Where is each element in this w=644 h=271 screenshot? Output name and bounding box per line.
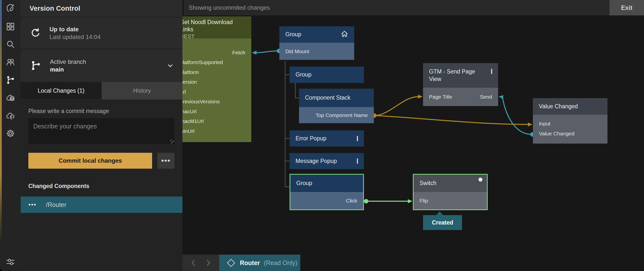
port-output[interactable]: winUrl bbox=[182, 126, 251, 136]
commit-message-prompt: Please write a commit message bbox=[28, 108, 109, 114]
port-output[interactable]: macUrl bbox=[182, 107, 251, 116]
panel-title: Version Control bbox=[30, 5, 80, 12]
node-title: Error Popup bbox=[296, 135, 326, 142]
chevron-right-icon[interactable] bbox=[204, 259, 212, 267]
tab-history[interactable]: History bbox=[102, 82, 183, 99]
local-changes-content: Please write a commit message Commit loc… bbox=[21, 100, 182, 271]
node-message-popup[interactable]: Message Popup bbox=[290, 153, 364, 169]
port-output[interactable]: version bbox=[182, 77, 251, 87]
home-icon bbox=[341, 30, 348, 39]
changed-component-row[interactable]: ••• /Router bbox=[21, 197, 182, 213]
port-output[interactable]: previousVersions bbox=[182, 97, 251, 107]
commit-button[interactable]: Commit local changes bbox=[28, 153, 152, 169]
exit-button[interactable]: Exit bbox=[610, 0, 644, 15]
changed-component-name: /Router bbox=[46, 201, 66, 208]
more-options-button[interactable]: ••• bbox=[157, 153, 174, 169]
bottombar: Router (Read Only) bbox=[182, 255, 300, 271]
component-diamond-icon bbox=[227, 259, 235, 267]
port-output[interactable]: url bbox=[182, 87, 251, 97]
active-branch-row[interactable]: Active branch main bbox=[21, 49, 182, 82]
sliders-icon[interactable] bbox=[6, 257, 15, 267]
node-group-selected[interactable]: Group Click bbox=[290, 174, 364, 210]
panel-tabs: Local Changes (1) History bbox=[21, 82, 182, 99]
component-tab-name: Router bbox=[240, 259, 260, 267]
node-title: Component Stack bbox=[305, 94, 350, 101]
node-rest[interactable]: Get Noodl Download Links REST Fetch plat… bbox=[182, 16, 251, 142]
git-branch-icon[interactable] bbox=[6, 75, 15, 85]
node-graph-canvas[interactable]: Get Noodl Download Links REST Fetch plat… bbox=[182, 15, 644, 271]
node-title: Value Changed bbox=[539, 103, 578, 110]
window-edge-stripe bbox=[0, 0, 2, 244]
node-subtitle: REST bbox=[182, 33, 194, 40]
commit-message-input[interactable] bbox=[28, 118, 174, 144]
topbar: Showing uncommited changes Exit bbox=[182, 0, 644, 15]
port-input[interactable]: Input bbox=[533, 119, 608, 129]
sidebar bbox=[0, 0, 21, 271]
created-badge: Created bbox=[423, 215, 462, 230]
branch-icon bbox=[30, 60, 41, 71]
panel-header: Version Control bbox=[21, 0, 182, 17]
chevron-left-icon[interactable] bbox=[189, 259, 198, 267]
changed-indicator-dot bbox=[478, 178, 482, 182]
node-group-root[interactable]: Group Did Mount bbox=[279, 26, 354, 60]
changed-components-heading: Changed Components bbox=[28, 183, 89, 190]
component-diamond-icon bbox=[357, 136, 358, 141]
node-title: Group bbox=[296, 180, 312, 187]
port-output[interactable]: platformSupported bbox=[182, 58, 251, 68]
sync-last-updated: Last updated 14:04 bbox=[50, 33, 101, 41]
tab-local-changes[interactable]: Local Changes (1) bbox=[21, 82, 102, 99]
port-flip[interactable]: Flip bbox=[414, 192, 487, 209]
node-title: Message Popup bbox=[296, 158, 337, 165]
branch-name: main bbox=[50, 66, 86, 73]
branch-label: Active branch bbox=[50, 58, 86, 66]
cloud-database-icon[interactable] bbox=[6, 93, 15, 103]
node-title: Get Noodl Download Links bbox=[182, 19, 245, 33]
component-tab-router[interactable]: Router (Read Only) bbox=[219, 255, 300, 271]
component-diamond-icon bbox=[357, 159, 358, 163]
port-page-title[interactable]: Page Title bbox=[429, 94, 452, 100]
node-error-popup[interactable]: Error Popup bbox=[290, 130, 364, 147]
noodl-logo-icon[interactable] bbox=[6, 3, 15, 13]
refresh-icon[interactable] bbox=[30, 27, 41, 38]
settings-gear-icon[interactable] bbox=[6, 129, 15, 138]
sync-status-row[interactable]: Up to date Last updated 14:04 bbox=[21, 17, 182, 49]
node-title: Group bbox=[285, 31, 301, 38]
topbar-status-text: Showing uncommited changes bbox=[189, 4, 270, 11]
component-tab-readonly: (Read Only) bbox=[264, 259, 298, 267]
port-send[interactable]: Send bbox=[480, 94, 492, 100]
search-icon[interactable] bbox=[6, 39, 15, 49]
sync-status: Up to date bbox=[50, 25, 101, 33]
node-value-changed[interactable]: Value Changed Input Value Changed bbox=[533, 98, 608, 144]
version-control-panel: Version Control Up to date Last updated … bbox=[21, 0, 182, 271]
node-title: GTM - Send Page View bbox=[429, 68, 483, 83]
node-gtm-send-page-view[interactable]: GTM - Send Page View Page Title Send bbox=[423, 63, 498, 106]
noodl-editor-window: Version Control Up to date Last updated … bbox=[0, 0, 644, 271]
port-top-component-name[interactable]: Top Component Name bbox=[299, 107, 374, 123]
component-menu-dots-icon[interactable]: ••• bbox=[28, 202, 36, 208]
node-switch[interactable]: Switch Flip bbox=[413, 174, 488, 210]
node-title: Switch bbox=[420, 180, 436, 187]
node-component-stack[interactable]: Component Stack Top Component Name bbox=[299, 89, 374, 123]
grid-icon[interactable] bbox=[6, 22, 15, 31]
port-click[interactable]: Click bbox=[290, 192, 363, 209]
cloud-functions-icon[interactable] bbox=[6, 111, 15, 120]
chevron-down-icon[interactable] bbox=[166, 62, 174, 69]
port-output[interactable]: macM1Url bbox=[182, 116, 251, 126]
component-diamond-icon bbox=[491, 69, 492, 74]
port-output[interactable]: platform bbox=[182, 67, 251, 77]
people-icon[interactable] bbox=[6, 57, 15, 67]
badge-label: Created bbox=[432, 219, 453, 226]
node-title: Group bbox=[296, 71, 312, 78]
node-group-child[interactable]: Group bbox=[290, 67, 364, 83]
port-did-mount[interactable]: Did Mount bbox=[279, 43, 354, 60]
port-fetch[interactable]: Fetch bbox=[182, 48, 251, 58]
badge-pointer bbox=[436, 211, 444, 215]
port-value-changed[interactable]: Value Changed bbox=[533, 129, 608, 139]
component-nav bbox=[182, 255, 219, 271]
